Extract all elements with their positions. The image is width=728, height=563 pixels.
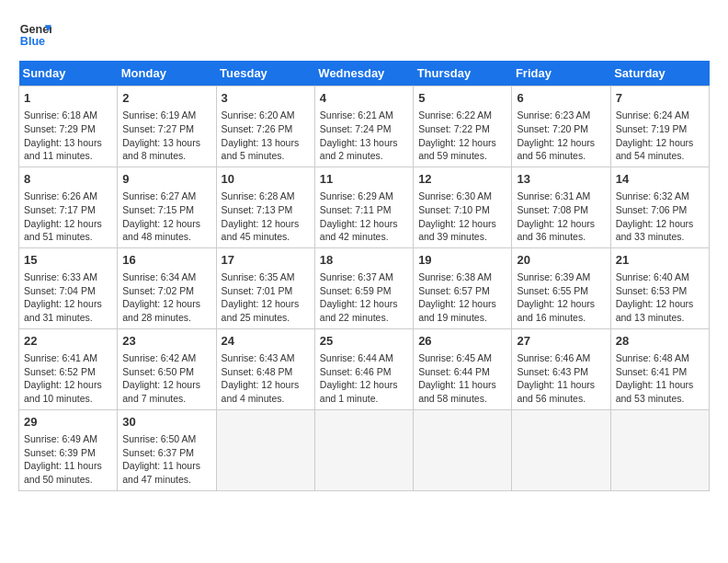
sunrise: Sunrise: 6:27 AM xyxy=(122,190,196,201)
calendar-cell xyxy=(314,409,413,490)
sunset: Sunset: 7:17 PM xyxy=(24,204,96,215)
calendar-cell: 30Sunrise: 6:50 AMSunset: 6:37 PMDayligh… xyxy=(118,409,216,490)
daylight: Daylight: 13 hours and 2 minutes. xyxy=(320,137,398,162)
sunrise: Sunrise: 6:43 AM xyxy=(222,352,295,363)
weekday-header-tuesday: Tuesday xyxy=(216,61,314,86)
sunrise: Sunrise: 6:33 AM xyxy=(24,271,97,282)
sunset: Sunset: 6:39 PM xyxy=(24,447,96,458)
sunrise: Sunrise: 6:23 AM xyxy=(517,109,590,121)
day-number: 6 xyxy=(517,90,605,107)
calendar-cell: 4Sunrise: 6:21 AMSunset: 7:24 PMDaylight… xyxy=(314,86,413,167)
sunset: Sunset: 6:52 PM xyxy=(24,366,96,377)
sunset: Sunset: 7:13 PM xyxy=(222,204,293,215)
sunrise: Sunrise: 6:35 AM xyxy=(222,271,295,282)
daylight: Daylight: 13 hours and 8 minutes. xyxy=(122,137,200,162)
daylight: Daylight: 12 hours and 13 minutes. xyxy=(616,298,694,323)
daylight: Daylight: 12 hours and 28 minutes. xyxy=(122,298,200,323)
sunset: Sunset: 7:04 PM xyxy=(24,285,96,296)
day-number: 2 xyxy=(122,90,210,107)
daylight: Daylight: 11 hours and 50 minutes. xyxy=(24,460,102,485)
day-number: 17 xyxy=(222,252,310,269)
daylight: Daylight: 12 hours and 19 minutes. xyxy=(418,298,496,323)
sunset: Sunset: 7:19 PM xyxy=(616,123,688,134)
calendar-cell: 19Sunrise: 6:38 AMSunset: 6:57 PMDayligh… xyxy=(414,247,512,328)
sunrise: Sunrise: 6:31 AM xyxy=(517,190,590,201)
day-number: 28 xyxy=(616,333,704,350)
daylight: Daylight: 13 hours and 5 minutes. xyxy=(222,137,300,162)
weekday-header-wednesday: Wednesday xyxy=(314,61,413,86)
day-number: 21 xyxy=(616,252,704,269)
day-number: 24 xyxy=(222,333,310,350)
sunrise: Sunrise: 6:20 AM xyxy=(222,109,295,121)
day-number: 7 xyxy=(616,90,704,107)
calendar-cell: 29Sunrise: 6:49 AMSunset: 6:39 PMDayligh… xyxy=(19,409,118,490)
calendar-cell: 13Sunrise: 6:31 AMSunset: 7:08 PMDayligh… xyxy=(512,167,610,247)
calendar-cell: 28Sunrise: 6:48 AMSunset: 6:41 PMDayligh… xyxy=(610,328,709,409)
sunrise: Sunrise: 6:39 AM xyxy=(517,271,590,282)
calendar-cell: 14Sunrise: 6:32 AMSunset: 7:06 PMDayligh… xyxy=(610,167,709,247)
calendar-cell: 6Sunrise: 6:23 AMSunset: 7:20 PMDaylight… xyxy=(512,86,610,167)
calendar-week-4: 22Sunrise: 6:41 AMSunset: 6:52 PMDayligh… xyxy=(19,328,710,409)
sunrise: Sunrise: 6:32 AM xyxy=(616,190,689,201)
sunset: Sunset: 6:44 PM xyxy=(418,366,490,377)
sunrise: Sunrise: 6:44 AM xyxy=(320,352,393,363)
daylight: Daylight: 12 hours and 7 minutes. xyxy=(122,379,200,404)
sunset: Sunset: 6:50 PM xyxy=(122,366,194,377)
day-number: 23 xyxy=(122,333,210,350)
sunrise: Sunrise: 6:26 AM xyxy=(24,190,97,201)
sunset: Sunset: 7:27 PM xyxy=(122,123,194,134)
daylight: Daylight: 11 hours and 47 minutes. xyxy=(122,460,200,485)
sunrise: Sunrise: 6:40 AM xyxy=(616,271,689,282)
sunrise: Sunrise: 6:48 AM xyxy=(616,352,689,363)
sunrise: Sunrise: 6:37 AM xyxy=(320,271,393,282)
calendar-cell: 21Sunrise: 6:40 AMSunset: 6:53 PMDayligh… xyxy=(610,247,709,328)
sunset: Sunset: 6:53 PM xyxy=(616,285,688,296)
calendar-cell: 23Sunrise: 6:42 AMSunset: 6:50 PMDayligh… xyxy=(118,328,216,409)
calendar-cell: 26Sunrise: 6:45 AMSunset: 6:44 PMDayligh… xyxy=(414,328,512,409)
daylight: Daylight: 12 hours and 33 minutes. xyxy=(616,218,694,243)
sunrise: Sunrise: 6:22 AM xyxy=(418,109,492,121)
day-number: 12 xyxy=(418,171,506,188)
sunset: Sunset: 7:10 PM xyxy=(418,204,490,215)
sunrise: Sunrise: 6:21 AM xyxy=(320,109,393,121)
day-number: 19 xyxy=(418,252,506,269)
day-number: 29 xyxy=(24,414,112,431)
sunset: Sunset: 6:43 PM xyxy=(517,366,588,377)
calendar-cell xyxy=(512,409,610,490)
sunset: Sunset: 7:11 PM xyxy=(320,204,392,215)
calendar-cell: 3Sunrise: 6:20 AMSunset: 7:26 PMDaylight… xyxy=(216,86,314,167)
day-number: 30 xyxy=(122,414,210,431)
day-number: 18 xyxy=(320,252,408,269)
calendar-cell: 17Sunrise: 6:35 AMSunset: 7:01 PMDayligh… xyxy=(216,247,314,328)
day-number: 1 xyxy=(24,90,112,107)
daylight: Daylight: 12 hours and 42 minutes. xyxy=(320,218,398,243)
sunset: Sunset: 6:46 PM xyxy=(320,366,392,377)
calendar-cell: 27Sunrise: 6:46 AMSunset: 6:43 PMDayligh… xyxy=(512,328,610,409)
sunrise: Sunrise: 6:30 AM xyxy=(418,190,492,201)
daylight: Daylight: 12 hours and 25 minutes. xyxy=(222,298,300,323)
sunset: Sunset: 6:37 PM xyxy=(122,447,194,458)
calendar-cell: 24Sunrise: 6:43 AMSunset: 6:48 PMDayligh… xyxy=(216,328,314,409)
daylight: Daylight: 12 hours and 56 minutes. xyxy=(517,137,595,162)
day-number: 22 xyxy=(24,333,112,350)
day-number: 5 xyxy=(418,90,506,107)
sunset: Sunset: 7:24 PM xyxy=(320,123,392,134)
sunset: Sunset: 7:06 PM xyxy=(616,204,688,215)
day-number: 25 xyxy=(320,333,408,350)
calendar-cell: 2Sunrise: 6:19 AMSunset: 7:27 PMDaylight… xyxy=(118,86,216,167)
sunrise: Sunrise: 6:18 AM xyxy=(24,109,97,121)
weekday-header-thursday: Thursday xyxy=(414,61,512,86)
calendar-cell: 15Sunrise: 6:33 AMSunset: 7:04 PMDayligh… xyxy=(19,247,118,328)
sunset: Sunset: 7:01 PM xyxy=(222,285,293,296)
day-number: 26 xyxy=(418,333,506,350)
logo-icon: General Blue xyxy=(18,18,51,52)
daylight: Daylight: 11 hours and 56 minutes. xyxy=(517,379,595,404)
sunrise: Sunrise: 6:38 AM xyxy=(418,271,492,282)
daylight: Daylight: 12 hours and 51 minutes. xyxy=(24,218,102,243)
daylight: Daylight: 12 hours and 45 minutes. xyxy=(222,218,300,243)
calendar-cell: 9Sunrise: 6:27 AMSunset: 7:15 PMDaylight… xyxy=(118,167,216,247)
daylight: Daylight: 11 hours and 58 minutes. xyxy=(418,379,496,404)
sunset: Sunset: 6:59 PM xyxy=(320,285,392,296)
day-number: 11 xyxy=(320,171,408,188)
daylight: Daylight: 11 hours and 53 minutes. xyxy=(616,379,694,404)
